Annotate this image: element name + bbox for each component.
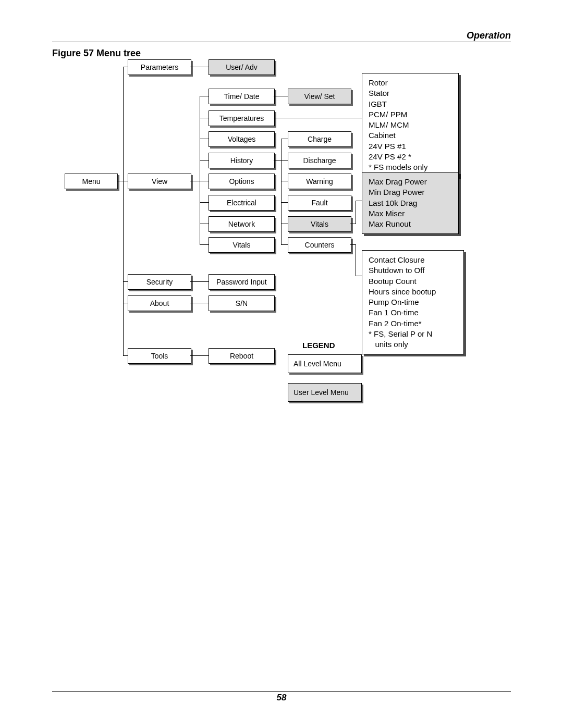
connector xyxy=(123,67,128,67)
page-number: 58 xyxy=(0,693,563,703)
node-temperatures: Temperatures xyxy=(209,110,275,126)
panel-counters: Contact Closure Shutdown to Off Bootup C… xyxy=(362,250,464,354)
panel-line: Fan 1 On-time xyxy=(369,307,457,318)
connector xyxy=(190,355,209,356)
node-network: Network xyxy=(209,216,275,232)
connector xyxy=(356,244,356,276)
node-password-input: Password Input xyxy=(209,274,275,290)
node-sn: S/N xyxy=(209,295,275,311)
panel-line: * FS models only xyxy=(369,162,452,172)
top-rule xyxy=(52,42,511,42)
node-discharge: Discharge xyxy=(288,153,351,168)
connector xyxy=(356,201,362,201)
panel-line: units only xyxy=(369,339,457,350)
connector xyxy=(350,244,356,245)
connector xyxy=(281,224,288,224)
panel-line: Hours since bootup xyxy=(369,287,457,297)
panel-line: Rotor xyxy=(369,78,452,88)
node-view: View xyxy=(128,174,191,189)
node-warning: Warning xyxy=(288,174,351,189)
connector xyxy=(123,181,128,181)
connector xyxy=(350,224,356,224)
node-time-date: Time/ Date xyxy=(209,89,275,104)
panel-line: Stator xyxy=(369,88,452,98)
panel-line: Cabinet xyxy=(369,130,452,141)
section-header: Operation xyxy=(467,30,511,41)
panel-line: PCM/ PPM xyxy=(369,109,452,120)
panel-line: Min Drag Power xyxy=(369,187,452,198)
panel-line: Max Drag Power xyxy=(369,177,452,187)
connector xyxy=(356,276,362,276)
node-voltages: Voltages xyxy=(209,131,275,147)
connector xyxy=(356,201,356,224)
panel-line: 24V PS #2 * xyxy=(369,152,452,162)
node-history: History xyxy=(209,153,275,168)
connector xyxy=(281,202,288,203)
panel-line: * FS, Serial P or N xyxy=(369,329,457,339)
connector xyxy=(274,96,288,96)
legend-user-level: User Level Menu xyxy=(288,383,362,402)
panel-line: Bootup Count xyxy=(369,276,457,287)
node-counters: Counters xyxy=(288,237,351,253)
connector xyxy=(200,96,209,96)
bottom-rule xyxy=(52,691,511,692)
panel-line: Max Runout xyxy=(369,219,452,229)
panel-line: Pump On-time xyxy=(369,297,457,307)
panel-line: Contact Closure xyxy=(369,255,457,265)
connector xyxy=(281,139,288,139)
connector xyxy=(274,160,281,161)
panel-line: Last 10k Drag xyxy=(369,198,452,208)
legend-title: LEGEND xyxy=(302,341,335,350)
connector xyxy=(190,181,200,181)
panel-temperatures: Rotor Stator IGBT PCM/ PPM MLM/ MCM Cabi… xyxy=(362,73,459,177)
node-parameters: Parameters xyxy=(128,59,191,75)
connector xyxy=(123,67,124,355)
connector xyxy=(200,160,209,161)
node-user-adv: User/ Adv xyxy=(209,59,275,75)
connector xyxy=(281,160,288,161)
connector xyxy=(281,244,288,245)
panel-line: 24V PS #1 xyxy=(369,141,452,152)
panel-line: Max Miser xyxy=(369,208,452,219)
node-vitals: Vitals xyxy=(209,237,275,253)
node-view-set: View/ Set xyxy=(288,89,351,104)
connector xyxy=(200,139,209,139)
node-tools: Tools xyxy=(128,348,191,364)
node-reboot: Reboot xyxy=(209,348,275,364)
connector xyxy=(190,281,209,282)
connector xyxy=(123,355,128,356)
connector xyxy=(123,303,128,303)
node-electrical: Electrical xyxy=(209,195,275,211)
connector xyxy=(274,118,362,118)
panel-line: IGBT xyxy=(369,99,452,109)
connector xyxy=(281,181,288,181)
node-security: Security xyxy=(128,274,191,290)
panel-line: Fan 2 On-time* xyxy=(369,318,457,329)
connector xyxy=(200,202,209,203)
connector xyxy=(200,118,209,118)
connector xyxy=(190,67,209,67)
node-vitals-sub: Vitals xyxy=(288,216,351,232)
panel-line: Shutdown to Off xyxy=(369,265,457,276)
node-menu: Menu xyxy=(65,174,118,189)
figure-title: Figure 57 Menu tree xyxy=(52,48,141,59)
node-charge: Charge xyxy=(288,131,351,147)
node-options: Options xyxy=(209,174,275,189)
connector xyxy=(190,303,209,303)
connector xyxy=(200,244,209,245)
legend-all-level: All Level Menu xyxy=(288,354,362,373)
panel-line: MLM/ MCM xyxy=(369,120,452,130)
connector xyxy=(200,181,209,181)
node-about: About xyxy=(128,295,191,311)
panel-vitals: Max Drag Power Min Drag Power Last 10k D… xyxy=(362,172,459,234)
connector xyxy=(200,224,209,224)
connector xyxy=(281,139,282,244)
node-fault: Fault xyxy=(288,195,351,211)
connector xyxy=(117,181,123,181)
connector xyxy=(123,281,128,282)
